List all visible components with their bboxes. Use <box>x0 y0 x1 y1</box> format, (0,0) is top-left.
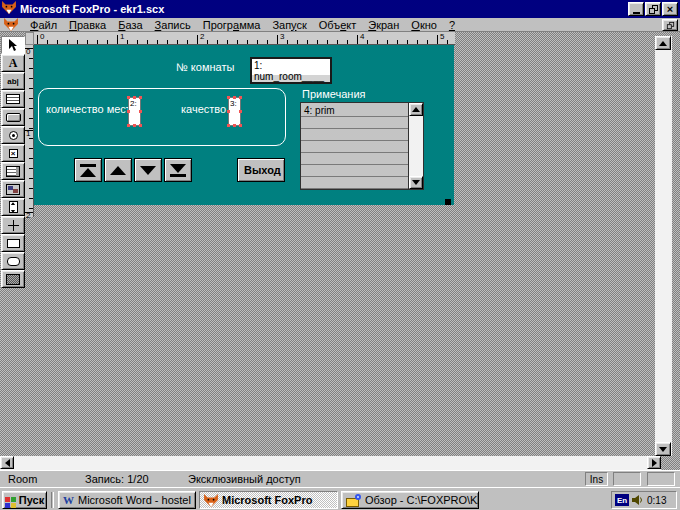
checkbox-tool-button[interactable]: × <box>1 144 25 162</box>
taskbar-task-1[interactable]: Microsoft FoxPro <box>199 491 338 509</box>
selection-handle[interactable] <box>239 96 242 99</box>
horizontal-scrollbar[interactable] <box>0 456 661 470</box>
scroll-left-button[interactable] <box>0 456 14 469</box>
radiobutton-tool-button[interactable] <box>1 126 25 144</box>
last-record-icon <box>170 164 186 177</box>
close-icon: × <box>667 4 673 14</box>
vertical-ruler: 012 <box>25 45 34 217</box>
language-indicator[interactable]: En <box>615 494 629 506</box>
form-resize-handle[interactable] <box>445 199 451 205</box>
screen-design-canvas[interactable]: № комнаты 1: num_room____ количество мес… <box>34 45 454 205</box>
selection-handle[interactable] <box>233 96 236 99</box>
notes-edit-region[interactable]: 4: prim <box>300 102 424 190</box>
h-ruler-number: 3 <box>280 32 284 41</box>
selection-handle[interactable] <box>239 124 242 127</box>
room-number-field[interactable]: 1: num_room____ <box>250 57 332 84</box>
restore-icon <box>649 5 658 14</box>
pushbutton-tool-button[interactable] <box>1 108 25 126</box>
foxpro-app-icon <box>2 0 16 18</box>
picture-tool-button[interactable] <box>1 270 25 288</box>
rounded-rectangle-icon <box>7 257 20 266</box>
picture-icon <box>6 274 20 285</box>
taskbar-task-0[interactable]: WMicrosoft Word - hostel <box>58 491 196 509</box>
label-tool-button[interactable]: A <box>1 54 25 72</box>
menu-item-7[interactable]: Экран <box>362 19 405 31</box>
vertical-scrollbar[interactable] <box>655 36 672 456</box>
minimize-icon <box>633 12 640 14</box>
next-record-icon <box>140 166 156 175</box>
selection-handle[interactable] <box>133 96 136 99</box>
popup-tool-button[interactable] <box>1 180 25 198</box>
arrow-down-icon <box>412 180 420 189</box>
seats-spinner-text: 2: <box>130 99 137 108</box>
mdi-restore-button[interactable] <box>662 19 678 31</box>
selection-handle[interactable] <box>227 124 230 127</box>
start-button[interactable]: Пуск <box>2 491 47 509</box>
selection-handle[interactable] <box>127 110 130 113</box>
field-tool-button[interactable]: ab| <box>1 72 25 90</box>
arrow-up-icon <box>659 37 667 46</box>
pushbutton-icon <box>6 113 21 122</box>
selection-handle[interactable] <box>233 124 236 127</box>
form-controls-toolbar: Aab|× <box>1 36 27 288</box>
menu-item-4[interactable]: Программа <box>197 19 267 31</box>
notes-scroll-up-button[interactable] <box>409 103 423 116</box>
pointer-tool-button[interactable] <box>1 36 25 54</box>
first-record-icon <box>80 164 96 177</box>
selection-handle[interactable] <box>227 110 230 113</box>
label-icon: A <box>9 56 18 71</box>
menu-item-0[interactable]: Файл <box>24 19 63 31</box>
selection-handle[interactable] <box>139 124 142 127</box>
notes-scrollbar[interactable] <box>408 103 423 189</box>
selection-handle[interactable] <box>133 124 136 127</box>
menu-item-8[interactable]: Окно <box>405 19 443 31</box>
table-alias: Room <box>8 473 37 485</box>
notes-scroll-down-button[interactable] <box>409 176 423 189</box>
menu-item-2[interactable]: База <box>112 19 148 31</box>
scroll-up-button[interactable] <box>655 36 671 50</box>
selection-handle[interactable] <box>239 110 242 113</box>
selection-handle[interactable] <box>127 96 130 99</box>
ins-indicator: Ins <box>585 472 608 486</box>
arrow-right-icon <box>652 459 661 467</box>
line-tool-button[interactable] <box>1 216 25 234</box>
checkbox-icon: × <box>9 149 18 158</box>
rounded-rectangle-tool-button[interactable] <box>1 252 25 270</box>
quality-spinner-field[interactable]: 3: <box>228 97 241 126</box>
menu-item-9[interactable]: ? <box>443 19 461 31</box>
start-button-label: Пуск <box>19 494 44 506</box>
editbox-tool-button[interactable] <box>1 90 25 108</box>
menu-item-6[interactable]: Объект <box>313 19 362 31</box>
field-icon: ab| <box>7 77 19 86</box>
selection-handle[interactable] <box>139 110 142 113</box>
minimize-button[interactable] <box>628 2 644 16</box>
selection-handle[interactable] <box>127 124 130 127</box>
menu-item-5[interactable]: Запуск <box>266 19 312 31</box>
rectangle-tool-button[interactable] <box>1 234 25 252</box>
seats-spinner-field[interactable]: 2: <box>128 97 141 126</box>
scroll-right-button[interactable] <box>647 456 661 469</box>
nav-first-record-button[interactable] <box>74 158 102 182</box>
spinner-tool-button[interactable] <box>1 198 25 216</box>
listbox-tool-button[interactable] <box>1 162 25 180</box>
nav-next-record-button[interactable] <box>134 158 162 182</box>
radiobutton-icon <box>9 131 18 140</box>
exit-button[interactable]: Выход <box>237 158 285 182</box>
selection-handle[interactable] <box>227 96 230 99</box>
volume-icon[interactable] <box>632 495 644 506</box>
nav-last-record-button[interactable] <box>164 158 192 182</box>
taskbar-task-2[interactable]: Обзор - C:\FOXPRO\KAD... <box>341 491 479 509</box>
selection-handle[interactable] <box>139 96 142 99</box>
work-area: Aab|× 012345 012 № комнаты 1: num_room__… <box>0 32 680 470</box>
menu-item-3[interactable]: Запись <box>149 19 197 31</box>
close-button[interactable]: × <box>662 2 678 16</box>
menu-item-1[interactable]: Правка <box>63 19 112 31</box>
restore-button[interactable] <box>645 2 661 16</box>
word-icon: W <box>63 494 74 506</box>
scroll-down-button[interactable] <box>655 442 671 456</box>
nav-prev-record-button[interactable] <box>104 158 132 182</box>
mdi-restore-icon <box>666 21 673 28</box>
prev-record-icon <box>110 166 126 175</box>
rectangle-icon <box>7 239 20 248</box>
status-bar: Room Запись: 1/20 Эксклюзивный доступ In… <box>0 470 680 487</box>
